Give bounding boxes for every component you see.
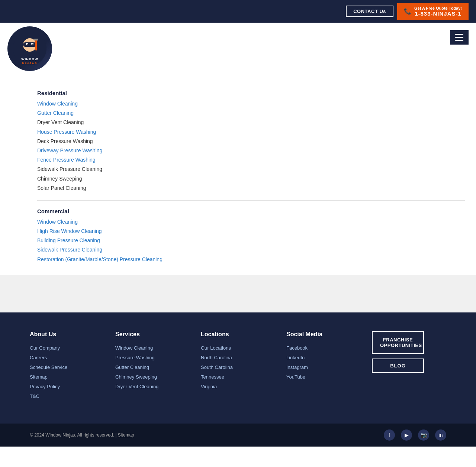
svg-point-7 [32,44,33,45]
commercial-title: Commercial [37,208,465,214]
nav-text-sidewalk-cleaning: Sidewalk Pressure Cleaning [37,165,465,174]
footer-services-col: Services Window Cleaning Pressure Washin… [115,331,190,401]
copyright-text: © 2024 Window Ninjas. All rights reserve… [30,432,134,438]
footer-bottom: © 2024 Window Ninjas. All rights reserve… [0,424,476,447]
nav-link-driveway-pressure[interactable]: Driveway Pressure Washing [37,146,465,155]
nav-link-fence-pressure[interactable]: Fence Pressure Washing [37,155,465,165]
footer-link-dryer[interactable]: Dryer Vent Cleaning [115,382,190,392]
footer-link-schedule[interactable]: Schedule Service [30,363,104,372]
nav-link-window-cleaning-res[interactable]: Window Cleaning [37,99,465,108]
logo[interactable]: WINDOW NINJAS [7,26,52,71]
footer-about-col: About Us Our Company Careers Schedule Se… [30,331,104,401]
svg-rect-8 [35,39,37,51]
footer-link-facebook[interactable]: Facebook [286,343,361,353]
contact-us-button[interactable]: CONTACT Us [346,6,393,17]
footer-link-linkedin[interactable]: LinkedIn [286,353,361,363]
logo-mascot: WINDOW NINJAS [13,32,46,65]
blog-button[interactable]: BLOG [372,359,424,373]
hamburger-button[interactable] [450,30,469,45]
franchise-button[interactable]: FRANCHISE OPPORTUNITIES [372,331,424,354]
section-divider [37,200,465,201]
footer-link-our-locations[interactable]: Our Locations [201,343,275,353]
logo-area: WINDOW NINJAS [7,26,52,71]
footer-link-tandc[interactable]: T&C [30,392,104,401]
footer-link-sc[interactable]: South Carolina [201,363,275,372]
footer-link-nc[interactable]: North Carolina [201,353,275,363]
linkedin-icon[interactable]: in [435,429,446,441]
footer-link-tn[interactable]: Tennessee [201,372,275,382]
phone-icon: 📞 [404,8,411,15]
logo-text: WINDOW NINJAS [13,32,46,65]
footer-locations-title: Locations [201,331,275,338]
footer-link-privacy[interactable]: Privacy Policy [30,382,104,392]
footer-link-sitemap[interactable]: Sitemap [30,372,104,382]
nav-link-restoration[interactable]: Restoration (Granite/Marble/Stone) Press… [37,255,465,264]
footer-social-title: Social Media [286,331,361,338]
footer-link-chimney[interactable]: Chimney Sweeping [115,372,190,382]
footer-link-va[interactable]: Virginia [201,382,275,392]
quote-button[interactable]: 📞 Get A Free Quote Today! 1-833-NINJAS-1 [397,3,469,20]
footer-link-careers[interactable]: Careers [30,353,104,363]
footer-cta-col: FRANCHISE OPPORTUNITIES BLOG [372,331,446,401]
nav-dropdown: Residential Window Cleaning Gutter Clean… [0,75,476,275]
footer-link-youtube[interactable]: YouTube [286,372,361,382]
footer-social-col: Social Media Facebook LinkedIn Instagram… [286,331,361,401]
nav-link-house-pressure[interactable]: House Pressure Washing [37,127,465,137]
hamburger-line-1 [455,34,463,35]
footer-link-pressure[interactable]: Pressure Washing [115,353,190,363]
footer-link-company[interactable]: Our Company [30,343,104,353]
svg-point-6 [27,44,28,45]
svg-rect-3 [23,42,36,47]
quote-label: Get A Free Quote Today! 1-833-NINJAS-1 [414,6,462,17]
social-icons-bar: f ▶ 📷 in [384,429,446,441]
residential-section: Residential Window Cleaning Gutter Clean… [37,90,465,193]
nav-text-solar: Solar Panel Cleaning [37,184,465,193]
nav-link-building-pressure[interactable]: Building Pressure Cleaning [37,236,465,245]
nav-link-sidewalk-com[interactable]: Sidewalk Pressure Cleaning [37,245,465,254]
footer-link-gutter[interactable]: Gutter Cleaning [115,363,190,372]
footer-locations-col: Locations Our Locations North Carolina S… [201,331,275,401]
footer-about-title: About Us [30,331,104,338]
footer-link-instagram[interactable]: Instagram [286,363,361,372]
svg-text:NINJAS: NINJAS [22,62,37,65]
nav-text-chimney: Chimney Sweeping [37,174,465,184]
svg-text:WINDOW: WINDOW [21,57,38,61]
footer-link-window[interactable]: Window Cleaning [115,343,190,353]
svg-rect-9 [34,39,38,40]
footer-bottom-sitemap-link[interactable]: Sitemap [118,432,134,438]
header: WINDOW NINJAS [0,23,476,75]
instagram-icon[interactable]: 📷 [418,429,429,441]
footer-services-title: Services [115,331,190,338]
nav-link-high-rise[interactable]: High Rise Window Cleaning [37,227,465,236]
nav-text-deck-pressure: Deck Pressure Washing [37,137,465,146]
youtube-icon[interactable]: ▶ [401,429,412,441]
residential-title: Residential [37,90,465,96]
hamburger-line-3 [455,40,463,41]
footer: About Us Our Company Careers Schedule Se… [0,312,476,424]
content-area [0,275,476,312]
nav-text-dryer-vent: Dryer Vent Cleaning [37,118,465,127]
facebook-icon[interactable]: f [384,429,395,441]
nav-link-gutter-cleaning[interactable]: Gutter Cleaning [37,108,465,118]
hamburger-line-2 [455,37,463,38]
commercial-section: Commercial Window Cleaning High Rise Win… [37,208,465,264]
footer-grid: About Us Our Company Careers Schedule Se… [30,331,446,401]
nav-link-window-cleaning-com[interactable]: Window Cleaning [37,217,465,227]
top-bar: CONTACT Us 📞 Get A Free Quote Today! 1-8… [0,0,476,23]
